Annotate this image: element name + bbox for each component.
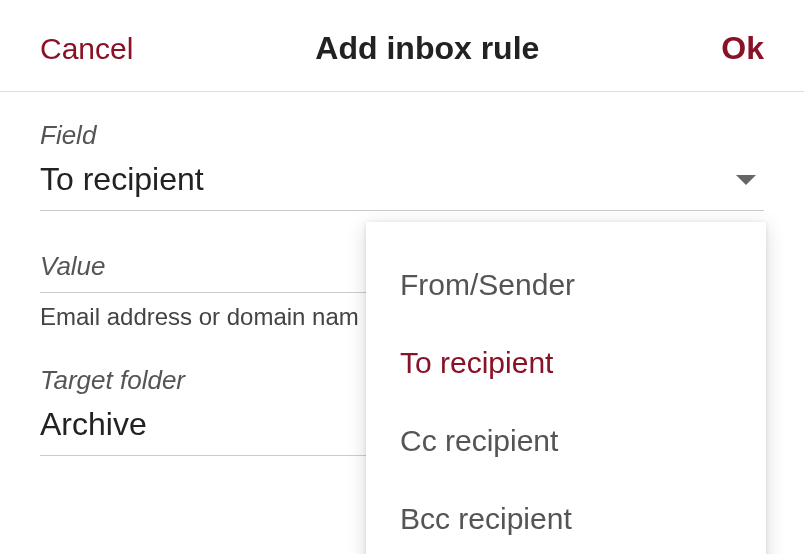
dropdown-item-cc-recipient[interactable]: Cc recipient: [366, 402, 766, 480]
target-folder-value: Archive: [40, 406, 147, 443]
dropdown-item-to-recipient[interactable]: To recipient: [366, 324, 766, 402]
ok-button[interactable]: Ok: [721, 30, 764, 67]
dialog-title: Add inbox rule: [315, 30, 539, 67]
field-select[interactable]: To recipient: [40, 157, 764, 211]
field-selected-value: To recipient: [40, 161, 204, 198]
field-group: Field To recipient: [40, 120, 764, 211]
dialog-header: Cancel Add inbox rule Ok: [0, 0, 804, 92]
dropdown-item-from-sender[interactable]: From/Sender: [366, 246, 766, 324]
field-dropdown-menu: From/Sender To recipient Cc recipient Bc…: [366, 222, 766, 554]
cancel-button[interactable]: Cancel: [40, 32, 133, 66]
dropdown-item-bcc-recipient[interactable]: Bcc recipient: [366, 480, 766, 554]
field-label: Field: [40, 120, 764, 151]
chevron-down-icon: [736, 175, 756, 185]
